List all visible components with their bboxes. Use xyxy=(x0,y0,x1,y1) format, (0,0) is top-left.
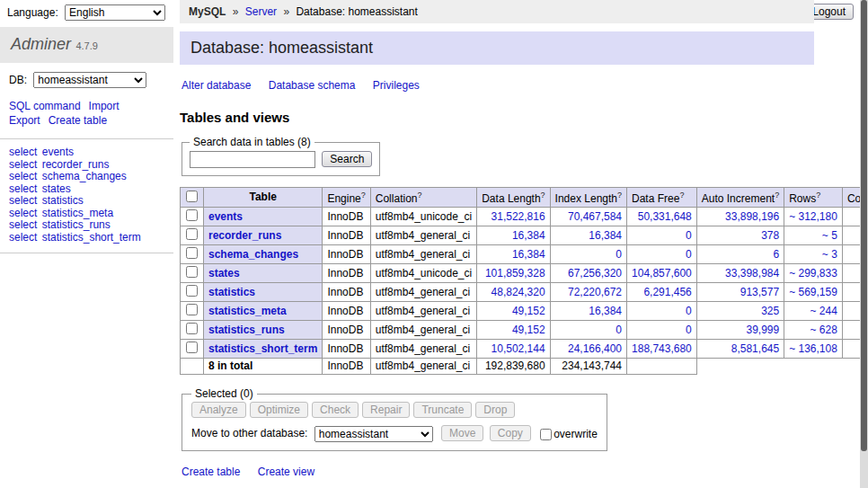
rows-count-link[interactable]: ~ 244 xyxy=(810,305,837,317)
scrollbar-thumb[interactable] xyxy=(861,0,867,451)
engine-cell: InnoDB xyxy=(323,302,370,321)
table-name-link[interactable]: schema_changes xyxy=(208,248,298,261)
rows-cell: ~ 3 xyxy=(784,245,843,264)
row-checkbox[interactable] xyxy=(186,342,198,353)
move-db-select[interactable]: homeassistant xyxy=(314,426,433,442)
column-header-table: Table xyxy=(204,188,323,208)
sidebar-table-link[interactable]: statistics_runs xyxy=(42,218,111,231)
sidebar-create-table-link[interactable]: Create table xyxy=(49,114,107,127)
rows-count-link[interactable]: ~ 299,833 xyxy=(789,267,837,279)
repair-button[interactable]: Repair xyxy=(362,402,410,418)
column-header-engine: Engine? xyxy=(323,188,370,208)
scrollbar[interactable] xyxy=(860,0,868,488)
column-help-marker[interactable]: ? xyxy=(775,191,779,200)
row-checkbox[interactable] xyxy=(186,266,198,278)
column-help-marker[interactable]: ? xyxy=(617,191,622,200)
table-name-link[interactable]: statistics_meta xyxy=(208,305,287,317)
column-header-label: Auto Increment xyxy=(702,192,775,205)
row-checkbox-cell xyxy=(181,340,204,359)
index-length-cell: 24,166,400 xyxy=(550,340,626,359)
column-header-data-length: Data Length? xyxy=(477,188,550,208)
collation-cell: utf8mb4_general_ci xyxy=(370,226,476,245)
row-checkbox[interactable] xyxy=(186,285,198,297)
drop-button[interactable]: Drop xyxy=(475,402,515,418)
rows-count-link[interactable]: ~ 569,159 xyxy=(789,286,837,298)
app-version: 4.7.9 xyxy=(75,40,97,51)
rows-count-link[interactable]: ~ 3 xyxy=(822,248,837,261)
optimize-button[interactable]: Optimize xyxy=(250,402,308,418)
row-checkbox[interactable] xyxy=(186,228,198,240)
export-link[interactable]: Export xyxy=(9,114,40,127)
truncate-button[interactable]: Truncate xyxy=(413,402,472,418)
table-name-link[interactable]: statistics_runs xyxy=(208,324,285,336)
alter-database-link[interactable]: Alter database xyxy=(182,79,251,92)
database-schema-link[interactable]: Database schema xyxy=(269,79,356,92)
breadcrumb: MySQL » Server » Database: homeassistant xyxy=(180,0,814,23)
column-help-marker[interactable]: ? xyxy=(541,191,545,200)
sidebar-table-link[interactable]: statistics_short_term xyxy=(42,231,141,244)
copy-button[interactable]: Copy xyxy=(490,425,531,441)
breadcrumb-server-link[interactable]: Server xyxy=(245,5,277,18)
sidebar-select-link[interactable]: select xyxy=(9,218,37,231)
sidebar-select-link[interactable]: select xyxy=(9,170,37,182)
row-checkbox[interactable] xyxy=(186,323,198,334)
table-name-link[interactable]: events xyxy=(208,210,243,223)
row-checkbox[interactable] xyxy=(186,209,198,221)
sidebar-select-link[interactable]: select xyxy=(9,182,37,195)
data-length-cell: 16,384 xyxy=(477,245,550,264)
auto-increment-cell: 325 xyxy=(696,302,784,321)
sidebar-select-link[interactable]: select xyxy=(9,231,37,244)
rows-count-link[interactable]: ~ 628 xyxy=(810,324,837,336)
row-checkbox[interactable] xyxy=(186,304,198,315)
move-button[interactable]: Move xyxy=(441,425,483,441)
total-data-free-cell xyxy=(627,359,697,375)
column-header-rows: Rows? xyxy=(784,188,843,208)
privileges-link[interactable]: Privileges xyxy=(373,79,420,92)
table-name-link[interactable]: statistics xyxy=(208,286,255,298)
create-view-link[interactable]: Create view xyxy=(258,466,314,478)
check-button[interactable]: Check xyxy=(312,402,359,418)
app-name[interactable]: Adminer xyxy=(11,35,71,53)
search-input[interactable] xyxy=(190,151,315,168)
collation-cell: utf8mb4_general_ci xyxy=(370,340,476,359)
table-name-link[interactable]: statistics_short_term xyxy=(208,342,317,355)
rows-count-link[interactable]: ~ 312,180 xyxy=(789,210,837,223)
sidebar-select-link[interactable]: select xyxy=(9,158,37,171)
breadcrumb-mysql-link[interactable]: MySQL xyxy=(189,5,226,18)
analyze-button[interactable]: Analyze xyxy=(191,402,246,418)
db-selector-row: DB: homeassistant xyxy=(0,63,173,99)
sidebar-table-link[interactable]: states xyxy=(42,182,71,195)
sidebar-table-link[interactable]: events xyxy=(42,146,74,158)
sidebar-select-link[interactable]: select xyxy=(9,207,37,219)
sidebar-select-link[interactable]: select xyxy=(9,194,37,207)
sql-command-link[interactable]: SQL command xyxy=(9,100,81,112)
column-help-marker[interactable]: ? xyxy=(361,191,366,200)
column-header-auto-increment: Auto Increment? xyxy=(696,188,784,208)
row-checkbox[interactable] xyxy=(186,247,198,259)
sidebar-table-link[interactable]: statistics_meta xyxy=(42,207,113,219)
column-help-marker[interactable]: ? xyxy=(679,191,684,200)
sidebar-table-link[interactable]: statistics xyxy=(42,194,84,207)
table-name-link[interactable]: recorder_runs xyxy=(208,229,281,242)
engine-cell: InnoDB xyxy=(323,321,370,340)
sidebar-table-link[interactable]: recorder_runs xyxy=(42,158,110,171)
language-bar: Language: English xyxy=(7,4,165,21)
rows-count-link[interactable]: ~ 5 xyxy=(822,229,837,242)
table-total-row: 8 in totalInnoDButf8mb4_general_ci192,83… xyxy=(181,359,868,375)
sidebar-select-link[interactable]: select xyxy=(9,146,37,158)
rows-cell: ~ 299,833 xyxy=(784,264,843,283)
column-help-marker[interactable]: ? xyxy=(417,191,421,200)
db-select[interactable]: homeassistant xyxy=(33,72,146,88)
table-name-link[interactable]: states xyxy=(208,267,240,279)
column-help-marker[interactable]: ? xyxy=(816,191,820,200)
selected-fieldset: Selected (0) AnalyzeOptimizeCheckRepairT… xyxy=(182,387,607,451)
index-length-cell: 16,384 xyxy=(550,226,626,245)
language-select[interactable]: English xyxy=(65,4,165,21)
sidebar-table-link[interactable]: schema_changes xyxy=(42,170,127,182)
rows-count-link[interactable]: ~ 136,108 xyxy=(789,342,837,355)
select-all-checkbox[interactable] xyxy=(186,191,198,202)
import-link[interactable]: Import xyxy=(89,100,120,112)
search-button[interactable]: Search xyxy=(322,151,372,167)
overwrite-checkbox[interactable] xyxy=(540,429,552,440)
create-table-link[interactable]: Create table xyxy=(182,466,240,478)
